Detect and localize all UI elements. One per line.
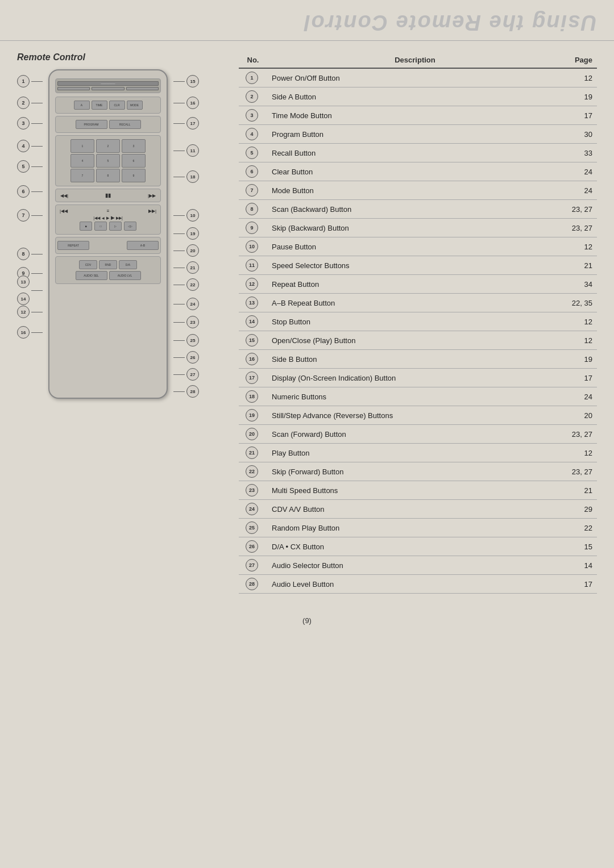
table-row: 26D/A • CX Button15 bbox=[239, 537, 597, 556]
table-row: 16Side B Button19 bbox=[239, 350, 597, 369]
table-cell-description: Repeat Button bbox=[267, 275, 563, 294]
table-cell-page: 20 bbox=[563, 406, 597, 425]
table-row: 2Side A Button19 bbox=[239, 87, 597, 106]
table-cell-description: Speed Selector Buttons bbox=[267, 256, 563, 275]
page-footer: (9) bbox=[0, 616, 614, 625]
table-cell-page: 29 bbox=[563, 500, 597, 519]
callout-10: 10 bbox=[186, 209, 199, 222]
table-cell-no: 17 bbox=[239, 369, 267, 387]
table-cell-page: 17 bbox=[563, 369, 597, 387]
table-cell-no: 27 bbox=[239, 556, 267, 575]
callout-1: 1 bbox=[17, 75, 30, 87]
table-cell-no: 28 bbox=[239, 575, 267, 594]
table-cell-page: 12 bbox=[563, 68, 597, 87]
table-cell-page: 34 bbox=[563, 275, 597, 294]
table-cell-page: 19 bbox=[563, 87, 597, 106]
table-cell-no: 1 bbox=[239, 68, 267, 87]
table-cell-no: 14 bbox=[239, 312, 267, 331]
header: Using the Remote Control bbox=[0, 0, 614, 41]
table-cell-page: 23, 27 bbox=[563, 219, 597, 237]
table-cell-page: 22 bbox=[563, 519, 597, 537]
table-row: 13A–B Repeat Button22, 35 bbox=[239, 294, 597, 312]
table-row: 22Skip (Forward) Button23, 27 bbox=[239, 462, 597, 481]
callout-14: 14 bbox=[17, 293, 30, 305]
table-cell-description: Random Play Button bbox=[267, 519, 563, 537]
table-cell-no: 21 bbox=[239, 444, 267, 462]
table-cell-description: CDV A/V Button bbox=[267, 500, 563, 519]
table-cell-description: Numeric Buttons bbox=[267, 387, 563, 406]
table-cell-description: Audio Level Button bbox=[267, 575, 563, 594]
table-cell-page: 19 bbox=[563, 350, 597, 369]
remote-control-label: Remote Control bbox=[17, 52, 222, 62]
table-cell-description: Stop Button bbox=[267, 312, 563, 331]
table-row: 1Power On/Off Button12 bbox=[239, 68, 597, 87]
table-cell-page: 23, 27 bbox=[563, 200, 597, 219]
callout-3: 3 bbox=[17, 117, 30, 130]
callout-6: 6 bbox=[17, 185, 30, 198]
table-cell-no: 2 bbox=[239, 87, 267, 106]
table-cell-no: 12 bbox=[239, 275, 267, 294]
table-cell-no: 4 bbox=[239, 125, 267, 144]
callout-8: 8 bbox=[17, 248, 30, 260]
table-cell-description: Recall Button bbox=[267, 144, 563, 162]
table-cell-description: A–B Repeat Button bbox=[267, 294, 563, 312]
callout-18: 18 bbox=[186, 170, 199, 183]
table-cell-description: Display (On-Screen Indication) Button bbox=[267, 369, 563, 387]
table-row: 8Scan (Backward) Button23, 27 bbox=[239, 200, 597, 219]
callout-23: 23 bbox=[186, 316, 199, 328]
callout-right-column: 15 16 17 11 bbox=[173, 69, 199, 398]
table-row: 7Mode Button24 bbox=[239, 181, 597, 200]
left-panel: Remote Control 1 2 3 bbox=[17, 52, 222, 594]
right-panel: No. Description Page 1Power On/Off Butto… bbox=[239, 52, 597, 594]
table-cell-page: 30 bbox=[563, 125, 597, 144]
table-cell-no: 3 bbox=[239, 106, 267, 125]
callout-19: 19 bbox=[186, 227, 199, 240]
table-cell-page: 15 bbox=[563, 537, 597, 556]
col-header-no: No. bbox=[239, 52, 267, 68]
table-cell-no: 10 bbox=[239, 237, 267, 256]
table-cell-description: Scan (Backward) Button bbox=[267, 200, 563, 219]
table-cell-no: 6 bbox=[239, 162, 267, 181]
table-cell-page: 24 bbox=[563, 387, 597, 406]
table-cell-description: D/A • CX Button bbox=[267, 537, 563, 556]
table-cell-description: Side A Button bbox=[267, 87, 563, 106]
table-cell-page: 21 bbox=[563, 256, 597, 275]
table-cell-page: 24 bbox=[563, 162, 597, 181]
table-cell-page: 12 bbox=[563, 237, 597, 256]
page-number: (9) bbox=[302, 616, 312, 625]
table-cell-page: 23, 27 bbox=[563, 425, 597, 444]
table-cell-no: 15 bbox=[239, 331, 267, 350]
button-reference-table: No. Description Page 1Power On/Off Butto… bbox=[239, 52, 597, 594]
table-row: 28Audio Level Button17 bbox=[239, 575, 597, 594]
callout-26: 26 bbox=[186, 351, 199, 364]
table-cell-description: Clear Button bbox=[267, 162, 563, 181]
callout-16r: 16 bbox=[186, 97, 199, 109]
table-cell-no: 25 bbox=[239, 519, 267, 537]
table-cell-no: 5 bbox=[239, 144, 267, 162]
table-cell-description: Time Mode Button bbox=[267, 106, 563, 125]
table-cell-description: Mode Button bbox=[267, 181, 563, 200]
callout-16: 16 bbox=[17, 326, 30, 339]
table-row: 4Program Button30 bbox=[239, 125, 597, 144]
table-cell-page: 12 bbox=[563, 444, 597, 462]
table-row: 11Speed Selector Buttons21 bbox=[239, 256, 597, 275]
callout-4: 4 bbox=[17, 140, 30, 152]
table-cell-no: 13 bbox=[239, 294, 267, 312]
callout-25: 25 bbox=[186, 334, 199, 347]
table-row: 25Random Play Button22 bbox=[239, 519, 597, 537]
callout-left-column: 1 2 3 4 5 bbox=[17, 69, 43, 339]
callout-7: 7 bbox=[17, 209, 30, 222]
table-cell-description: Side B Button bbox=[267, 350, 563, 369]
table-row: 19Still/Step Advance (Reverse) Buttons20 bbox=[239, 406, 597, 425]
table-row: 24CDV A/V Button29 bbox=[239, 500, 597, 519]
table-cell-no: 7 bbox=[239, 181, 267, 200]
table-row: 12Repeat Button34 bbox=[239, 275, 597, 294]
table-row: 10Pause Button12 bbox=[239, 237, 597, 256]
table-cell-no: 11 bbox=[239, 256, 267, 275]
table-row: 14Stop Button12 bbox=[239, 312, 597, 331]
table-cell-description: Power On/Off Button bbox=[267, 68, 563, 87]
table-row: 21Play Button12 bbox=[239, 444, 597, 462]
callout-17: 17 bbox=[186, 117, 199, 130]
col-header-description: Description bbox=[267, 52, 563, 68]
table-cell-no: 19 bbox=[239, 406, 267, 425]
